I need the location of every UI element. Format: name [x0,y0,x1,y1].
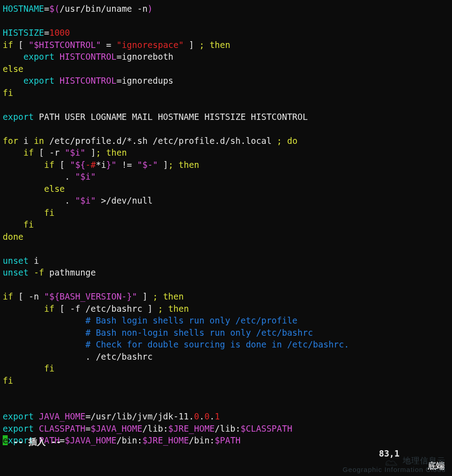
token-r: 0 [204,411,209,421]
code-line[interactable]: export PATH USER LOGNAME MAIL HOSTNAME H… [3,111,452,123]
token-c: HOSTNAME [3,4,44,14]
code-line[interactable]: if [ "${-#*i}" != "$-" ]; then [3,159,452,171]
token-m: HISTCONTROL [60,52,117,62]
token-r: 0 [194,411,199,421]
token-c: export [3,411,39,421]
token-w: != [117,160,137,170]
code-line[interactable]: fi [3,87,452,99]
token-w: pathmunge [44,267,96,277]
code-line[interactable]: # Bash non-login shells run only /etc/ba… [3,327,452,339]
code-line[interactable]: export HISTCONTROL=ignoredups [3,75,452,87]
token-w: [ [13,40,28,50]
token-m: "$-" [137,160,158,170]
cloud-icon [383,457,403,465]
token-y: ; [277,136,282,146]
code-line[interactable]: else [3,183,452,195]
token-w: = [44,28,49,38]
code-line[interactable]: fi [3,207,452,219]
token-c: unset [3,256,28,266]
token-r: 1 [215,411,220,421]
code-line[interactable]: if [ "$HISTCONTROL" = "ignorespace" ] ; … [3,39,452,51]
token-w [3,304,44,314]
token-w: PATH USER LOGNAME MAIL HOSTNAME HISTSIZE… [34,112,308,122]
code-line[interactable]: for i in /etc/profile.d/*.sh /etc/profil… [3,135,452,147]
token-w: ] [85,148,96,157]
code-line[interactable]: export JAVA_HOME=/usr/lib/jvm/jdk-11.0.0… [3,410,452,423]
token-w: . [3,195,75,205]
code-line[interactable] [3,15,452,27]
token-w: ] [158,160,168,170]
code-line[interactable]: HISTSIZE=1000 [3,27,452,39]
code-line[interactable]: else [3,63,452,75]
token-w [3,315,85,325]
token-c: export [24,52,60,62]
code-line[interactable]: fi [3,375,452,387]
code-line[interactable]: . /etc/bashrc [3,351,452,363]
token-y: if [44,304,55,314]
token-y: ; then [96,148,127,157]
code-line[interactable] [3,279,452,291]
code-line[interactable]: unset -f pathmunge [3,267,452,279]
token-b: # Check for double sourcing is done in /… [85,339,349,349]
token-r: 1000 [49,28,70,38]
token-w: =ignoredups [117,76,174,86]
token-c: HISTSIZE [3,28,44,38]
code-line[interactable]: unset i [3,255,452,267]
token-y: if [44,160,55,170]
token-y: ; [199,40,204,50]
token-w [3,52,24,62]
code-line[interactable]: fi [3,219,452,231]
token-w: ] [137,291,152,301]
code-line[interactable]: . "$i" [3,171,452,183]
code-line[interactable]: done [3,231,452,243]
token-c: unset [3,267,28,277]
token-y: then [168,304,189,314]
code-line[interactable] [3,386,452,399]
token-y: ; [153,291,158,301]
code-line[interactable]: export HISTCONTROL=ignoreboth [3,51,452,63]
token-w: [ [54,160,70,170]
token-m: }" [106,160,117,170]
code-line[interactable] [3,123,452,135]
code-line[interactable]: HOSTNAME=$(/usr/bin/uname -n) [3,3,452,15]
token-w [3,76,24,86]
token-w: . [210,411,215,421]
token-y: done [3,232,24,242]
token-m: "$i" [75,195,96,205]
token-y: ; [158,304,163,314]
code-line[interactable] [3,99,452,111]
code-line[interactable]: fi [3,362,452,375]
watermark: 地理信息云 Geographic Information Cloud [343,457,446,473]
token-m: "$i" [65,148,85,157]
token-m: JAVA_HOME [39,411,85,421]
token-w: *i [96,160,106,170]
token-y: else [3,64,24,74]
code-line[interactable]: # Check for double sourcing is done in /… [3,338,452,351]
token-w [3,339,85,349]
token-w [3,160,44,170]
token-w: [ -f /etc/bashrc ] [54,304,158,314]
token-w [3,148,24,157]
token-y: then [210,40,231,50]
code-line[interactable]: # Bash login shells run only /etc/profil… [3,314,452,327]
token-y: if [24,148,34,157]
code-line[interactable]: if [ -n "${BASH_VERSION-}" ] ; then [3,290,452,303]
token-m: "${BASH_VERSION-}" [44,291,137,301]
token-w: /etc/profile.d/*.sh /etc/profile.d/sh.lo… [44,136,277,146]
token-w [3,219,24,229]
token-w: [ -n [13,291,44,301]
code-line[interactable]: if [ -r "$i" ]; then [3,147,452,159]
token-w: [ -r [34,148,65,157]
token-m: ) [147,4,152,14]
code-line[interactable]: . "$i" >/dev/null [3,195,452,207]
code-line[interactable] [3,399,452,411]
token-y: ; then [168,160,199,170]
token-w [204,40,209,50]
token-y: then [163,291,184,301]
token-b: # Bash login shells run only /etc/profil… [85,315,297,325]
editor-viewport[interactable]: HOSTNAME=$(/usr/bin/uname -n) HISTSIZE=1… [3,3,452,447]
code-line[interactable] [3,243,452,255]
code-line[interactable]: if [ -f /etc/bashrc ] ; then [3,303,452,315]
token-w [3,208,44,218]
token-w [3,184,44,194]
